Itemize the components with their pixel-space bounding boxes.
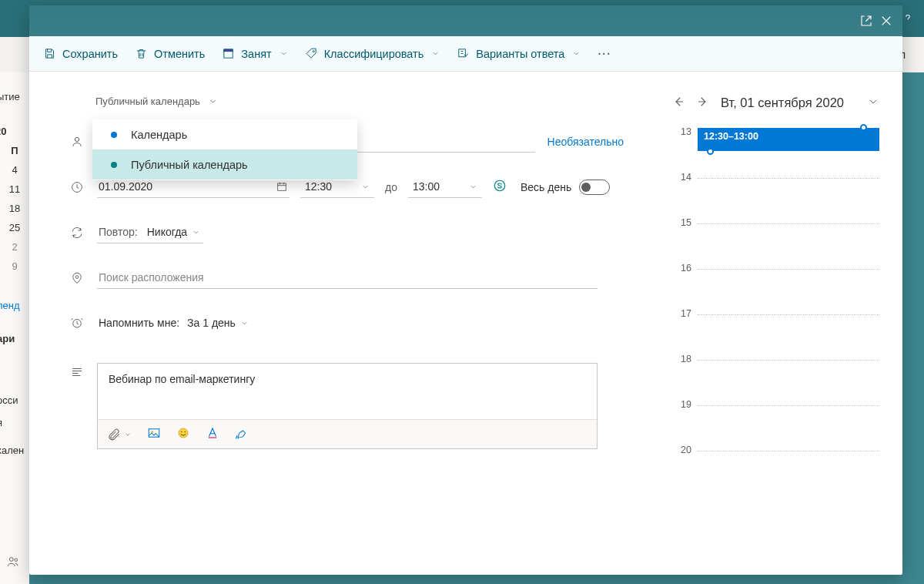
svg-point-4 (313, 51, 314, 52)
chevron-down-icon (280, 49, 288, 58)
all-day-toggle[interactable] (579, 180, 610, 195)
optional-link[interactable]: Необязательно (547, 136, 624, 148)
repeat-select[interactable]: Повтор: Никогда (97, 221, 203, 243)
svg-point-10 (75, 275, 79, 278)
classify-button[interactable]: Классифицировать (305, 47, 440, 60)
chevron-down-icon (124, 431, 132, 438)
start-time-value: 12:30 (305, 180, 332, 193)
event-block[interactable]: 12:30–13:00 (698, 128, 879, 151)
event-form: Публичный календарь Календарь Публичный … (29, 72, 648, 575)
chevron-down-icon (867, 96, 879, 108)
repeat-icon (69, 225, 85, 240)
next-day-button[interactable] (696, 95, 710, 111)
clock-icon (69, 180, 85, 195)
bg-event-snip: ытие (0, 91, 29, 102)
trash-icon (135, 47, 148, 60)
people-button[interactable] (6, 555, 23, 572)
hour-label: 13 (676, 126, 698, 178)
attach-button[interactable] (107, 428, 132, 441)
hour-label: 18 (676, 354, 698, 405)
chevron-down-icon (361, 183, 370, 191)
repeat-label: Повтор: (99, 226, 138, 238)
chevron-down-icon (192, 228, 200, 237)
description-toolbar (98, 419, 597, 448)
all-day-label: Весь день (521, 181, 571, 193)
people-icon (69, 134, 85, 149)
ink-button[interactable] (235, 426, 249, 442)
busy-button[interactable]: Занят (222, 47, 287, 60)
response-icon (457, 47, 470, 60)
calendar-option-label: Календарь (131, 129, 187, 141)
event-handle-top[interactable] (860, 124, 867, 131)
dialog-ribbon: Сохранить Отменить Занят Классифицироват… (29, 36, 902, 72)
save-button[interactable]: Сохранить (43, 47, 118, 60)
calendar-dropdown: Календарь Публичный календарь (92, 119, 357, 180)
location-row (69, 267, 625, 289)
arrow-left-icon (671, 95, 685, 109)
end-time-input[interactable]: 13:00 (408, 176, 482, 198)
description-box: Вебинар по email-маркетингу (97, 363, 598, 449)
prev-day-button[interactable] (671, 95, 685, 111)
hour-label: 16 (676, 263, 698, 314)
event-dialog: Сохранить Отменить Занят Классифицироват… (29, 5, 902, 575)
svg-point-15 (181, 431, 182, 433)
bg-word: кален (0, 440, 29, 462)
calendar-option-selected[interactable]: Публичный календарь (92, 149, 357, 180)
timeline[interactable]: 12:30–13:00 13 14 15 16 17 18 19 20 (676, 133, 879, 496)
hour-label: 17 (676, 308, 698, 360)
chevron-down-icon (431, 49, 440, 58)
chevron-down-icon (240, 319, 249, 327)
dialog-titlebar (29, 5, 902, 36)
calendar-option[interactable]: Календарь (92, 119, 357, 149)
description-editor[interactable]: Вебинар по email-маркетингу (98, 364, 597, 419)
reminder-value: За 1 день (187, 317, 236, 329)
svg-point-0 (9, 558, 13, 562)
repeat-value: Никогда (147, 226, 187, 238)
save-label: Сохранить (62, 48, 118, 60)
calendar-option-label: Публичный календарь (131, 159, 248, 171)
text-format-icon (206, 426, 219, 440)
popout-button[interactable] (856, 11, 876, 31)
hour-label: 20 (676, 445, 698, 496)
arrow-right-icon (696, 95, 710, 109)
svg-rect-3 (224, 49, 233, 52)
dot-icon (111, 132, 117, 138)
bg-day: 25 (0, 222, 29, 233)
svg-point-1 (15, 559, 18, 562)
reminder-label: Напомнить мне: (99, 317, 179, 329)
date-value: 01.09.2020 (99, 180, 152, 193)
busy-icon (222, 47, 235, 60)
bg-day: 4 (0, 164, 29, 176)
reminder-select[interactable]: Напомнить мне: За 1 день (97, 312, 252, 334)
bg-day: 9 (0, 260, 29, 272)
location-input[interactable] (97, 267, 598, 289)
image-button[interactable] (147, 426, 161, 442)
hour-label: 19 (676, 399, 698, 451)
help-icon[interactable] (901, 12, 915, 25)
busy-label: Занят (241, 48, 271, 60)
bg-day: 18 (0, 203, 29, 214)
calendar-picker[interactable]: Публичный календарь (95, 96, 218, 107)
bg-day: 2 (0, 241, 29, 253)
cancel-button[interactable]: Отменить (135, 47, 205, 60)
schedule-pane: Вт, 01 сентября 2020 12:30–13:00 13 14 1… (648, 72, 902, 575)
reminder-icon (69, 315, 85, 331)
more-button[interactable]: ··· (598, 48, 611, 60)
svg-point-16 (184, 431, 186, 433)
chevron-down-icon (208, 96, 218, 106)
emoji-button[interactable] (176, 426, 190, 442)
event-handle-bottom[interactable] (707, 148, 714, 155)
pen-icon (235, 426, 249, 440)
dot-icon (111, 162, 117, 168)
close-button[interactable] (876, 11, 896, 31)
response-button[interactable]: Варианты ответа (457, 47, 581, 60)
schedule-expand[interactable] (867, 96, 879, 110)
reminder-row: Напомнить мне: За 1 день (69, 312, 625, 334)
repeat-row: Повтор: Никогда (69, 221, 625, 243)
text-format-button[interactable] (206, 426, 219, 442)
skype-button[interactable] (493, 179, 507, 195)
bg-word: я (0, 412, 29, 435)
location-icon (69, 270, 85, 286)
paperclip-icon (107, 428, 121, 441)
tag-icon (305, 47, 318, 60)
